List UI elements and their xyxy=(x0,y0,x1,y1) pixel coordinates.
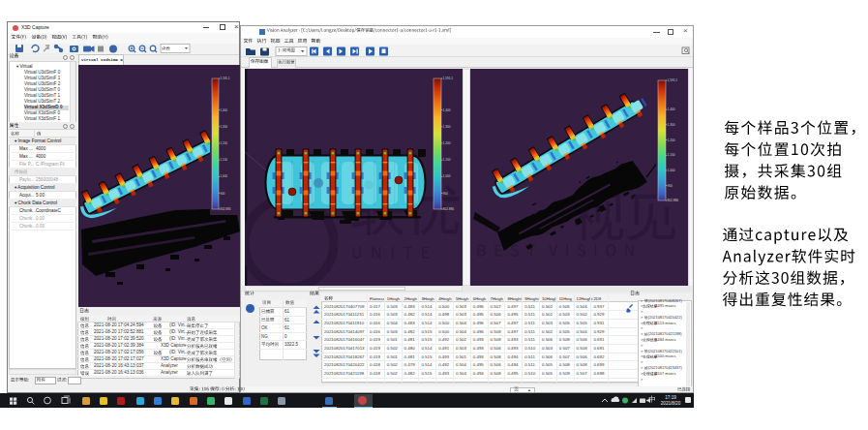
svg-text:900: 900 xyxy=(443,192,449,196)
svg-text:1,591.1: 1,591.1 xyxy=(221,77,230,80)
svg-text:1,100: 1,100 xyxy=(668,153,675,157)
svg-text:1,100: 1,100 xyxy=(221,158,228,162)
svg-text:1,200: 1,200 xyxy=(443,141,451,145)
svg-text:1,300: 1,300 xyxy=(443,125,451,129)
svg-text:1,591.1: 1,591.1 xyxy=(443,77,454,80)
svg-text:900: 900 xyxy=(668,184,673,188)
svg-text:1,400: 1,400 xyxy=(668,108,675,111)
svg-text:1,000: 1,000 xyxy=(443,174,451,178)
svg-text:1,591.1: 1,591.1 xyxy=(668,78,678,82)
svg-text:1,200: 1,200 xyxy=(221,141,228,145)
svg-text:900: 900 xyxy=(221,192,225,196)
svg-text:802.886: 802.886 xyxy=(221,207,231,211)
svg-text:1,000: 1,000 xyxy=(668,169,675,172)
svg-text:1,300: 1,300 xyxy=(668,123,675,127)
svg-text:1,200: 1,200 xyxy=(668,138,675,142)
svg-text:1,300: 1,300 xyxy=(221,125,228,129)
svg-text:1,100: 1,100 xyxy=(443,158,451,162)
svg-text:1,000: 1,000 xyxy=(221,174,228,178)
svg-text:802.886: 802.886 xyxy=(668,199,679,202)
svg-text:1,400: 1,400 xyxy=(443,108,451,112)
svg-text:1,400: 1,400 xyxy=(221,108,228,112)
svg-text:802.886: 802.886 xyxy=(443,207,455,211)
